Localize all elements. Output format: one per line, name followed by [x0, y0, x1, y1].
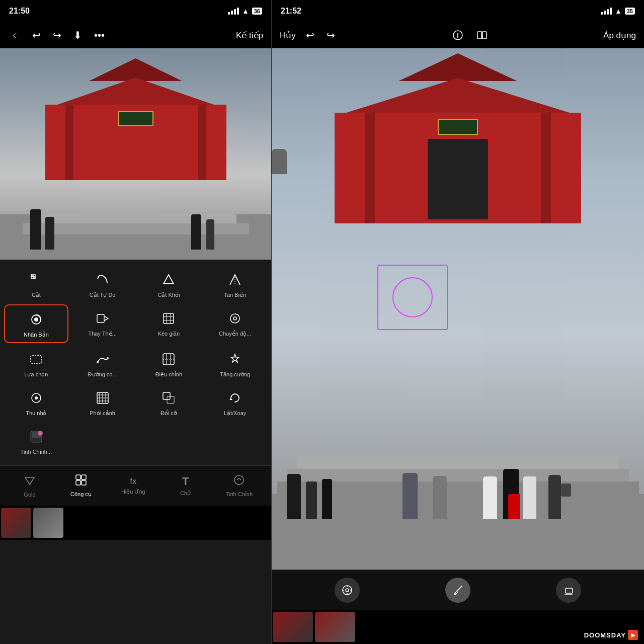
tool-cat[interactable]: Cắt: [4, 266, 68, 302]
lua-chon-label: Lựa chọn: [24, 371, 48, 378]
tool-tinh-chinh[interactable]: Tinh Chỉnh...: [4, 423, 68, 459]
keo-gian-icon: [159, 309, 178, 328]
wifi-icon-right: ▲: [615, 7, 622, 15]
nav-tinh-chinh[interactable]: Tinh Chỉnh: [222, 472, 257, 500]
cat-tu-do-icon: [94, 271, 112, 289]
tool-tang-cuong[interactable]: Tăng cường: [203, 345, 267, 382]
status-icons-right: ▲ 35: [601, 7, 635, 15]
tool-keo-gian[interactable]: Kéo giãn: [137, 304, 201, 343]
top-toolbar-right: Hủy ↩ ↪ i Áp dụng: [272, 22, 644, 48]
compare-button[interactable]: [474, 28, 490, 43]
brush-tool-button[interactable]: [445, 578, 470, 603]
phoi-canh-label: Phối cảnh: [90, 410, 115, 417]
nav-cong-cu-label: Công cụ: [70, 491, 92, 498]
battery-left: 36: [252, 8, 262, 15]
signal-icon-right: [601, 8, 612, 15]
watermark: DOOMSDAY ▶: [584, 630, 638, 640]
thu-nho-icon: [27, 389, 45, 407]
nhan-ban-label: Nhân Bản: [24, 332, 49, 338]
toolbar-left-icons: ﹤ ↩ ↪ ⬇ •••: [8, 27, 107, 44]
toolbar-right-left-group: Hủy ↩ ↪: [280, 27, 337, 43]
redo-button[interactable]: ↪: [51, 27, 63, 43]
thumb-2[interactable]: [33, 508, 63, 538]
tools-grid: Cắt Cắt Tự Do Cắt Khối: [4, 266, 267, 459]
undo-button[interactable]: ↩: [30, 27, 43, 43]
gold-icon: [24, 474, 36, 490]
status-bar-left: 21:50 ▲ 36: [0, 0, 271, 22]
svg-rect-35: [82, 480, 86, 485]
time-left: 21:50: [9, 7, 30, 16]
tool-cat-tu-do[interactable]: Cắt Tự Do: [70, 266, 135, 302]
step2-r: [287, 469, 629, 481]
svg-point-43: [346, 589, 349, 592]
back-button[interactable]: ﹤: [8, 27, 22, 44]
tool-duong-co[interactable]: Đường co...: [70, 345, 135, 382]
nav-hieu-ung[interactable]: fx Hiệu Ứng: [117, 474, 149, 497]
tool-thu-nho[interactable]: Thu nhỏ: [4, 384, 68, 421]
download-button[interactable]: ⬇: [71, 27, 84, 43]
nav-tinh-chinh-label: Tinh Chỉnh: [226, 491, 253, 498]
temple-sign-r: [438, 119, 478, 135]
info-button[interactable]: i: [450, 28, 465, 43]
svg-point-2: [34, 317, 38, 321]
person-r2: [306, 481, 317, 519]
svg-rect-33: [82, 475, 86, 479]
chuyen-do-icon: [226, 309, 244, 328]
svg-rect-40: [482, 32, 487, 39]
person-red-shorts: [508, 494, 520, 519]
top-toolbar-left: ﹤ ↩ ↪ ⬇ ••• Kế tiếp: [0, 22, 271, 48]
svg-text:i: i: [457, 32, 459, 39]
temple-sign: [118, 111, 153, 126]
thumb-strip-right: DOOMSDAY ▶: [272, 610, 644, 644]
person-4: [206, 219, 214, 250]
svg-rect-32: [76, 475, 80, 479]
eraser-tool-button[interactable]: [556, 578, 581, 603]
thumb-r1[interactable]: [273, 612, 313, 642]
tool-phoi-canh[interactable]: Phối cảnh: [70, 384, 135, 421]
tool-cat-khoi[interactable]: Cắt Khối: [137, 266, 201, 302]
person-3: [191, 214, 201, 250]
tool-doi-co[interactable]: Đổi cỡ: [137, 384, 201, 421]
tool-dieu-chinh[interactable]: Điều chỉnh: [137, 345, 201, 382]
photo-right: [272, 48, 644, 570]
tinh-chinh-left-icon: [27, 428, 45, 446]
temple-pillar-r: [198, 105, 206, 180]
nav-cong-cu[interactable]: Công cụ: [66, 472, 96, 500]
bottom-toolbar-right: [272, 570, 644, 610]
apply-button[interactable]: Áp dụng: [603, 30, 636, 41]
tool-nhan-ban[interactable]: Nhân Bản: [4, 304, 68, 343]
doi-co-icon: [159, 389, 178, 407]
svg-rect-4: [164, 313, 174, 324]
tool-lat-xoay[interactable]: Lật/Xoay: [203, 384, 267, 421]
thu-nho-label: Thu nhỏ: [26, 410, 46, 417]
tool-lua-chon[interactable]: Lựa chọn: [4, 345, 68, 382]
right-panel: 21:52 ▲ 35 Hủy ↩ ↪ i: [272, 0, 644, 644]
next-label[interactable]: Kế tiếp: [236, 30, 263, 41]
cancel-button[interactable]: Hủy: [280, 30, 296, 41]
nav-gold[interactable]: Gold: [15, 472, 45, 500]
tan-bien-icon: [226, 271, 244, 289]
more-button[interactable]: •••: [92, 28, 107, 43]
redo-button-right[interactable]: ↪: [325, 27, 337, 43]
temple-pillar-l: [65, 105, 73, 180]
svg-point-48: [454, 593, 456, 595]
person-white-shirt: [483, 476, 497, 519]
phoi-canh-icon: [94, 389, 112, 407]
tools-panel: Cắt Cắt Tự Do Cắt Khối: [0, 260, 271, 465]
nav-chu[interactable]: T Chữ: [171, 473, 201, 499]
thumb-r2[interactable]: [315, 612, 355, 642]
tool-thay-the[interactable]: Thay Thế...: [70, 304, 135, 343]
pillar-right: [541, 113, 551, 223]
tool-chuyen-do[interactable]: Chuyển độ...: [203, 304, 267, 343]
svg-rect-27: [163, 392, 170, 399]
person-r1: [287, 474, 301, 519]
nhan-ban-icon: [27, 310, 45, 329]
tool-tan-bien[interactable]: Tan Biến: [203, 266, 267, 302]
target-tool-button[interactable]: [335, 578, 360, 603]
thumb-1[interactable]: [1, 508, 31, 538]
bottom-nav-left: Gold Công cụ fx Hiệu Ứng T Chữ: [0, 465, 271, 506]
person-1: [30, 209, 41, 250]
dieu-chinh-label: Điều chỉnh: [155, 371, 182, 378]
undo-button-right[interactable]: ↩: [304, 27, 316, 43]
person-r4: [523, 476, 536, 519]
